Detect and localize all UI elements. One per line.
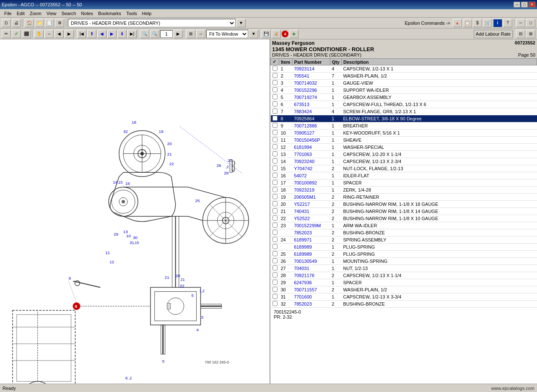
row-checkbox[interactable] [272,237,278,242]
row-checkbox[interactable] [272,265,278,270]
warning-btn[interactable]: ▲ [453,19,462,27]
hand-btn[interactable]: ✋ [34,30,44,38]
print-img-btn[interactable]: 🖨 [272,30,281,38]
table-row[interactable]: 11700150456P1SHEAVE [271,137,537,144]
table-row[interactable]: 57007192741GEARBOX ASSEMBLY [271,94,537,101]
table-row[interactable]: 18709232191ZERK, 1/4-28 [271,187,537,194]
help2-btn[interactable]: ? [503,19,512,27]
row-checkbox[interactable] [272,123,278,128]
table-row[interactable]: 10709051271KEY-WOODRUFF, 5/16 X 1 [271,130,537,137]
row-checkbox[interactable] [272,251,278,256]
table-row[interactable]: 66735131CAPSCREW-FULL THREAD, 1/2-13 X 6 [271,101,537,108]
fit-btn[interactable]: ↔ [196,30,205,38]
table-row[interactable]: 14709232401CAPSCREW, 1/2-13 X 2-3/4 [271,158,537,165]
menu-tools[interactable]: Tools [124,10,140,17]
table-row[interactable]: 28709211762CAPSCREW, 1/2-13 X 1-1/4 [271,272,537,279]
copy-btn[interactable]: 📋 [463,19,472,27]
restore-btn[interactable]: ⊟ [516,30,525,38]
table-row[interactable]: 97007128861BREATHER [271,122,537,130]
row-checkbox[interactable] [272,187,278,192]
drive-dropdown-button[interactable]: ▼ [236,19,246,27]
menu-notes[interactable]: Notes [78,10,96,17]
table-row[interactable]: 1709231144CAPSCREW, 1/2-13 X 1 [271,65,537,73]
table-row[interactable]: 307007115572WASHER-PLAIN, 1/2 [271,286,537,293]
table-row[interactable]: 217404312BUSHING-NARROW RIM, 1-1/8 X 14 … [271,208,537,215]
table-row[interactable]: 3177016001CAPSCREW, 1/2-13 X 3-3/4 [271,293,537,301]
prev-section-btn[interactable]: ◀ [97,30,106,38]
row-checkbox[interactable] [272,244,278,249]
table-row[interactable]: 15Y7047422NUT-LOCK, FLANGE, 1/2-13 [271,165,537,172]
zoom-out-btn[interactable]: 🔍 [150,30,159,38]
row-checkbox[interactable] [272,116,278,121]
info-btn[interactable]: i [493,19,502,27]
row-checkbox[interactable] [272,230,278,235]
next-section-btn[interactable]: ▶ [107,30,117,38]
dollar-btn[interactable]: $ [473,19,482,27]
row-checkbox[interactable] [272,215,278,221]
table-row[interactable]: 61899891PLUG-SPRING [271,244,537,251]
close-button[interactable]: ✕ [529,2,535,8]
menu-view[interactable]: View [44,10,59,17]
row-checkbox[interactable] [272,166,278,171]
table-row[interactable]: 19206505M12RING-RETAINER [271,194,537,201]
table-row[interactable]: 2962479361SPACER [271,279,537,286]
table-row[interactable]: 8709258641ELBOW-STREET, 3/8-18 X 90 Degr… [271,115,537,122]
zoom-dropdown-btn[interactable]: ▼ [249,30,258,38]
home-button[interactable]: 🏠 [25,19,34,27]
row-checkbox[interactable] [272,258,278,263]
table-row[interactable]: 78520232BUSHING-BRONZE [271,229,537,236]
menu-bookmarks[interactable]: Bookmarks [96,10,124,17]
row-checkbox[interactable] [272,144,278,149]
row-checkbox[interactable] [272,180,278,185]
table-row[interactable]: 23700152299M1ARM WA-IDLER [271,222,537,229]
table-row[interactable]: 277040311NUT, 1/2-13 [271,265,537,272]
table-row[interactable]: 2561899892PLUG-SPRING [271,251,537,258]
menu-edit[interactable]: Edit [14,10,27,17]
edit-mode-btn[interactable]: ✏ [2,30,11,38]
next-page-btn[interactable]: ⬇ [117,30,127,38]
menu-search[interactable]: Search [59,10,78,17]
cart-btn[interactable]: 🛒 [483,19,492,27]
table-row[interactable]: 2461899712SPRING ASSEMBLY [271,236,537,244]
table-row[interactable]: 47001522961SUPPORT WA-IDLER [271,87,537,94]
zoom-select[interactable]: Fit To Window 50% 75% 100% 125% 150% 200… [206,30,248,38]
go-btn[interactable]: ▶ [174,30,183,38]
row-checkbox[interactable] [272,301,278,306]
min-btn2[interactable]: ─ [516,19,525,27]
page-number-input[interactable] [160,30,173,38]
tree-button[interactable]: 📁 [35,19,44,27]
row-checkbox[interactable] [272,66,278,71]
drive-select[interactable]: DRIVES - HEADER DRIVE (SECONDARY) [68,19,236,27]
row-checkbox[interactable] [272,137,278,142]
stamp-btn[interactable]: ⬛ [22,30,31,38]
move-btn[interactable]: ↔ [44,30,54,38]
next-btn[interactable]: ▶ [65,30,74,38]
row-checkbox[interactable] [272,101,278,106]
maximize-button[interactable]: □ [521,2,528,8]
minimize-button[interactable]: ─ [514,2,520,8]
row-checkbox[interactable] [272,201,278,206]
table-row[interactable]: 27055417WASHER-PLAIN, 1/2 [271,73,537,80]
check-btn[interactable]: ✓ [12,30,21,38]
table-row[interactable]: 1377010631CAPSCREW, 1/2-20 X 1-1/4 [271,151,537,158]
row-checkbox[interactable] [272,208,278,213]
menu-help[interactable]: Help [140,10,154,17]
table-row[interactable]: 177001008921SPACER [271,179,537,187]
row-checkbox[interactable] [272,287,278,292]
row-checkbox[interactable] [272,130,278,135]
table-row[interactable]: 16540721IDLER-FLAT [271,172,537,179]
bookmark-button[interactable]: 📑 [45,19,54,27]
row-checkbox[interactable] [272,173,278,178]
add-btn[interactable]: + [289,30,298,38]
row-checkbox[interactable] [272,109,278,114]
row-checkbox[interactable] [272,223,278,228]
row-checkbox[interactable] [272,94,278,99]
menu-file[interactable]: File [2,10,14,17]
last-page-btn[interactable]: ▶| [127,30,137,38]
prev-page-btn[interactable]: ⬆ [87,30,96,38]
menu-zoom[interactable]: Zoom [27,10,44,17]
prev-btn[interactable]: ◀ [54,30,64,38]
row-checkbox[interactable] [272,294,278,299]
table-row[interactable]: 37007140321GAUGE-VIEW [271,80,537,87]
thumbnail-btn[interactable]: ⊞ [186,30,195,38]
